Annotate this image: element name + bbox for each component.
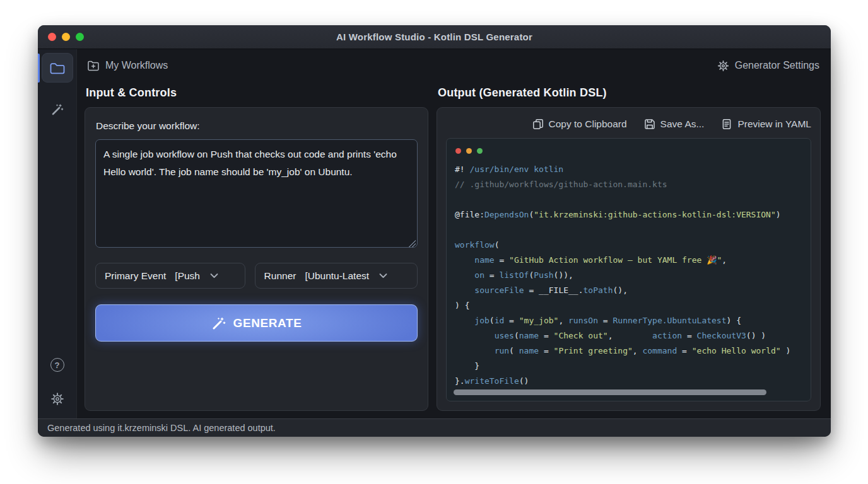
close-button[interactable]	[48, 33, 56, 41]
primary-event-select[interactable]: Primary Event [Push	[95, 263, 245, 289]
runner-select[interactable]: Runner [Ubuntu-Latest	[255, 263, 418, 289]
gear-icon	[717, 60, 729, 72]
editor-dot-yellow	[466, 148, 472, 154]
active-tab-indicator	[38, 54, 40, 83]
sidebar-item-workflows[interactable]	[42, 53, 73, 83]
traffic-lights	[48, 25, 84, 49]
editor-traffic-lights	[455, 148, 802, 154]
input-section-heading: Input & Controls	[86, 86, 428, 100]
primary-event-value: [Push	[175, 270, 200, 282]
preview-in-yaml-label: Preview in YAML	[737, 118, 811, 130]
top-toolbar: My Workflows Generator Settings	[77, 49, 831, 82]
save-as-button[interactable]: Save As...	[644, 118, 705, 130]
code-editor[interactable]: #! /usr/bin/env kotlin// .github/workflo…	[446, 138, 811, 401]
my-workflows-label: My Workflows	[105, 60, 168, 71]
editor-dot-green	[477, 148, 483, 154]
yaml-file-icon	[721, 118, 732, 130]
runner-label: Runner	[264, 270, 296, 282]
folder-plus-icon	[87, 60, 100, 72]
sidebar-item-generate[interactable]	[45, 99, 70, 120]
save-icon	[644, 118, 655, 130]
workflow-description-input[interactable]: A single job workflow on Push that check…	[95, 139, 418, 248]
gear-icon	[50, 392, 64, 406]
output-toolbar: Copy to Clipboard S	[446, 113, 811, 135]
generator-settings-button[interactable]: Generator Settings	[717, 60, 819, 72]
runner-value: [Ubuntu-Latest	[305, 270, 369, 282]
folder-icon	[49, 61, 66, 75]
chevron-down-icon	[379, 273, 387, 279]
describe-workflow-label: Describe your workflow:	[96, 120, 418, 132]
app-window: AI Workflow Studio - Kotlin DSL Generato…	[38, 25, 831, 437]
generated-code: #! /usr/bin/env kotlin// .github/workflo…	[455, 162, 802, 389]
help-icon: ?	[50, 358, 64, 372]
save-as-label: Save As...	[660, 118, 705, 130]
my-workflows-button[interactable]: My Workflows	[87, 60, 168, 72]
window-title: AI Workflow Studio - Kotlin DSL Generato…	[336, 32, 532, 42]
output-panel: Copy to Clipboard S	[437, 107, 821, 411]
minimize-button[interactable]	[62, 33, 70, 41]
editor-dot-red	[455, 148, 461, 154]
horizontal-scrollbar-thumb[interactable]	[454, 389, 766, 395]
sidebar: ?	[38, 49, 77, 418]
preview-in-yaml-button[interactable]: Preview in YAML	[721, 118, 811, 130]
primary-event-label: Primary Event	[105, 270, 166, 282]
chevron-down-icon	[210, 273, 218, 279]
generate-button-label: GENERATE	[233, 316, 302, 330]
output-section-heading: Output (Generated Kotlin DSL)	[438, 86, 821, 100]
input-panel: Describe your workflow: A single job wor…	[85, 107, 428, 411]
copy-icon	[532, 118, 544, 130]
generator-settings-label: Generator Settings	[735, 60, 819, 71]
title-bar: AI Workflow Studio - Kotlin DSL Generato…	[38, 25, 831, 49]
zoom-button[interactable]	[76, 33, 84, 41]
magic-wand-icon	[211, 316, 226, 331]
magic-wand-icon	[50, 103, 64, 117]
status-bar: Generated using it.krzeminski DSL. AI ge…	[38, 418, 831, 437]
copy-to-clipboard-label: Copy to Clipboard	[549, 118, 627, 130]
status-text: Generated using it.krzeminski DSL. AI ge…	[47, 423, 276, 433]
generate-button[interactable]: GENERATE	[95, 304, 418, 342]
sidebar-settings-button[interactable]	[45, 388, 70, 410]
copy-to-clipboard-button[interactable]: Copy to Clipboard	[532, 118, 627, 130]
help-button[interactable]: ?	[45, 354, 70, 376]
